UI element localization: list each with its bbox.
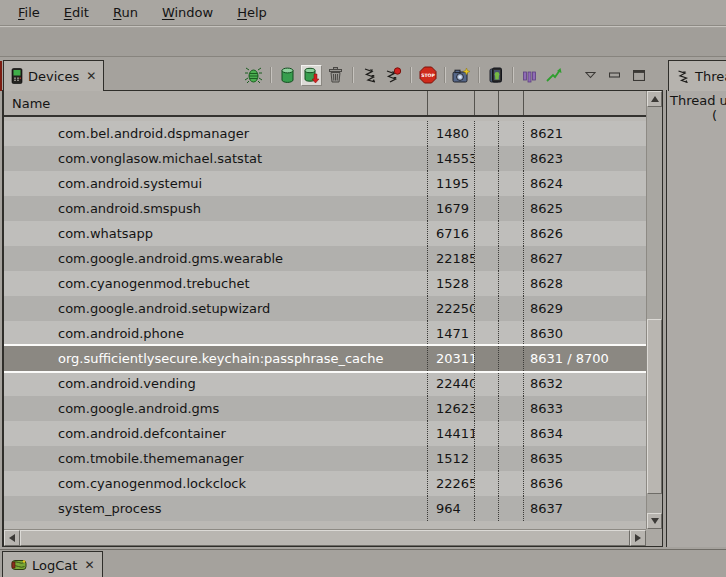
- client-heap-flag: [475, 446, 499, 471]
- device-client-row[interactable]: org.sufficientlysecure.keychain:passphra…: [4, 346, 646, 371]
- hierarchy-bars-icon[interactable]: [519, 65, 540, 86]
- minimize-icon[interactable]: [604, 65, 625, 86]
- client-thread-flag: [499, 121, 524, 146]
- update-heap-icon[interactable]: [277, 65, 298, 86]
- toolbar-separator: [352, 67, 353, 83]
- client-port: 8626: [524, 221, 646, 246]
- cause-gc-icon[interactable]: [325, 65, 346, 86]
- client-port: 8628: [524, 271, 646, 296]
- column-header-heap[interactable]: [475, 91, 499, 115]
- vertical-scroll-thumb[interactable]: [647, 319, 662, 494]
- tab-devices[interactable]: Devices ✕: [3, 60, 104, 91]
- tab-logcat-label: LogCat: [32, 558, 77, 573]
- device-client-row[interactable]: com.cyanogenmod.trebuchet 1528 8628: [4, 271, 646, 296]
- menu-help[interactable]: Help: [225, 3, 279, 23]
- client-name: com.android.smspush: [4, 196, 428, 221]
- device-client-row[interactable]: com.google.android.gms 12623 8633: [4, 396, 646, 421]
- client-name: com.android.vending: [4, 371, 428, 396]
- device-client-row[interactable]: com.tmobile.thememanager 1512 8635: [4, 446, 646, 471]
- client-pid: 22440: [428, 371, 475, 396]
- sysinfo-arrow-icon[interactable]: [543, 65, 564, 86]
- client-heap-flag: [475, 146, 499, 171]
- client-pid: 6716: [428, 221, 475, 246]
- stop-process-icon[interactable]: STOP: [417, 65, 438, 86]
- vertical-scrollbar[interactable]: [646, 91, 662, 529]
- client-thread-flag: [499, 271, 524, 296]
- device-client-row[interactable]: com.cyanogenmod.lockclock 22265 8636: [4, 471, 646, 496]
- menu-file[interactable]: File: [6, 3, 52, 23]
- client-pid: 14411: [428, 421, 475, 446]
- horizontal-scrollbar[interactable]: [4, 529, 646, 546]
- client-name: com.google.android.setupwizard: [4, 296, 428, 321]
- device-client-row[interactable]: system_process 964 8637: [4, 496, 646, 521]
- client-pid: 14553: [428, 146, 475, 171]
- client-thread-flag: [499, 246, 524, 271]
- empty-toolbar-strip: [0, 28, 726, 57]
- svg-text:STOP: STOP: [421, 73, 435, 78]
- column-header-name[interactable]: Name: [4, 91, 428, 115]
- device-client-row[interactable]: com.vonglasow.michael.satstat 14553 8623: [4, 146, 646, 171]
- dump-hprof-icon[interactable]: [301, 65, 322, 86]
- device-client-row[interactable]: com.android.systemui 1195 8624: [4, 171, 646, 196]
- client-pid: 1471: [428, 321, 475, 346]
- debug-attach-icon[interactable]: [243, 65, 264, 86]
- scroll-up-button[interactable]: [647, 91, 662, 107]
- client-port: 8631 / 8700: [524, 346, 646, 371]
- client-thread-flag: [499, 221, 524, 246]
- device-phone-icon: [11, 68, 23, 84]
- tab-devices-label: Devices: [28, 69, 79, 84]
- maximize-icon[interactable]: [628, 65, 649, 86]
- column-header-pid[interactable]: [428, 91, 475, 115]
- threads-panel: Thread up (: [666, 90, 726, 547]
- client-name: com.cyanogenmod.trebuchet: [4, 271, 428, 296]
- view-menu-icon[interactable]: [580, 65, 601, 86]
- method-profiling-icon[interactable]: [383, 65, 404, 86]
- scroll-down-button[interactable]: [647, 513, 662, 529]
- threads-view: Threa Thread up (: [666, 58, 726, 547]
- client-name: com.google.android.gms: [4, 396, 428, 421]
- device-client-row[interactable]: com.android.defcontainer 14411 8634: [4, 421, 646, 446]
- client-heap-flag: [475, 296, 499, 321]
- menu-run[interactable]: Run: [101, 3, 150, 23]
- scroll-right-button[interactable]: [630, 530, 646, 546]
- horizontal-scroll-thumb[interactable]: [20, 530, 630, 546]
- client-heap-flag: [475, 321, 499, 346]
- client-thread-flag: [499, 421, 524, 446]
- toolbar-separator: [478, 67, 479, 83]
- main-area: Devices ✕: [0, 57, 726, 548]
- client-port: 8624: [524, 171, 646, 196]
- client-thread-flag: [499, 346, 524, 371]
- client-port: 8634: [524, 421, 646, 446]
- screen-capture-icon[interactable]: [451, 65, 472, 86]
- update-threads-icon[interactable]: [359, 65, 380, 86]
- client-name: com.google.android.gms.wearable: [4, 246, 428, 271]
- device-table: Name com.bel.android.dspmanager 1480 862…: [2, 90, 663, 547]
- device-client-row[interactable]: com.bel.android.dspmanager 1480 8621: [4, 121, 646, 146]
- device-client-row[interactable]: com.google.android.setupwizard 22250 862…: [4, 296, 646, 321]
- scroll-left-button[interactable]: [4, 530, 20, 546]
- menu-edit[interactable]: Edit: [52, 3, 101, 23]
- device-client-row[interactable]: com.android.smspush 1679 8625: [4, 196, 646, 221]
- tab-logcat[interactable]: LogCat ✕: [2, 551, 103, 577]
- client-thread-flag: [499, 396, 524, 421]
- client-heap-flag: [475, 471, 499, 496]
- client-thread-flag: [499, 171, 524, 196]
- device-client-row[interactable]: com.android.vending 22440 8632: [4, 371, 646, 396]
- tab-devices-close-icon[interactable]: ✕: [86, 69, 96, 83]
- tab-logcat-close-icon[interactable]: ✕: [84, 558, 94, 572]
- client-thread-flag: [499, 471, 524, 496]
- tab-threads[interactable]: Threa: [668, 60, 726, 91]
- client-pid: 1512: [428, 446, 475, 471]
- column-header-thread[interactable]: [499, 91, 524, 115]
- menu-window[interactable]: Window: [150, 3, 225, 23]
- device-client-row[interactable]: com.whatsapp 6716 8626: [4, 221, 646, 246]
- toolbar-separator: [410, 67, 411, 83]
- ui-automator-icon[interactable]: [485, 65, 506, 86]
- column-header-port[interactable]: [524, 91, 646, 115]
- device-client-row[interactable]: com.android.phone 1471 8630: [4, 321, 646, 346]
- client-pid: 22185: [428, 246, 475, 271]
- device-client-row[interactable]: com.google.android.gms.wearable 22185 86…: [4, 246, 646, 271]
- devices-view: Devices ✕: [2, 58, 663, 547]
- client-heap-flag: [475, 196, 499, 221]
- client-name: com.whatsapp: [4, 221, 428, 246]
